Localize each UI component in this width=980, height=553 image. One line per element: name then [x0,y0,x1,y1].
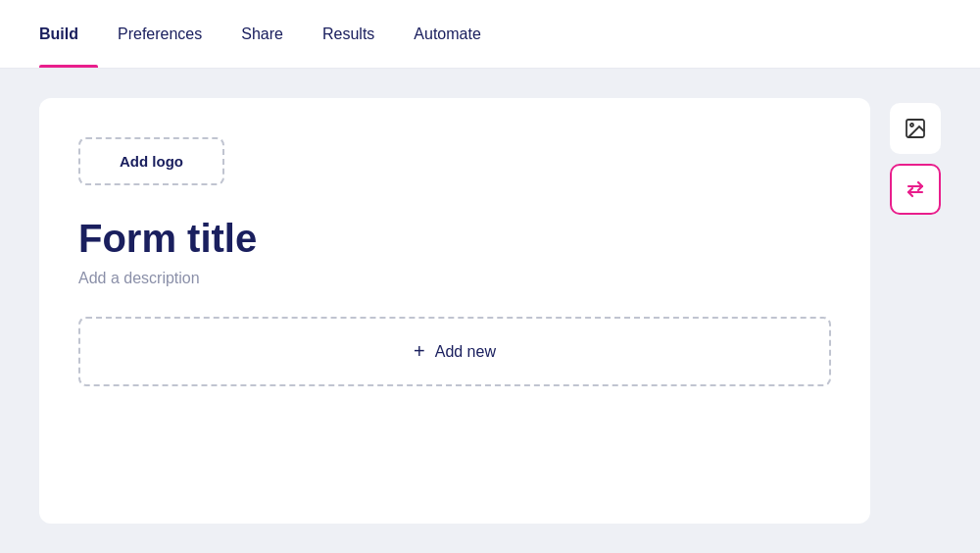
add-new-label: Add new [435,343,496,361]
form-description[interactable]: Add a description [78,270,831,287]
side-toolbar [890,98,941,524]
tab-share-label: Share [241,25,283,43]
tab-results[interactable]: Results [303,0,394,68]
svg-point-1 [910,124,913,126]
tab-results-label: Results [322,25,374,43]
form-canvas: Add logo Form title Add a description + … [39,98,870,524]
add-new-section[interactable]: + Add new [78,317,831,386]
swap-tool-button[interactable] [890,164,941,215]
tab-automate[interactable]: Automate [394,0,500,68]
tab-share[interactable]: Share [221,0,303,68]
tab-build-label: Build [39,25,78,43]
image-tool-button[interactable] [890,103,941,154]
image-icon [904,117,927,140]
add-new-inner: + Add new [414,340,496,363]
form-title[interactable]: Form title [78,215,831,262]
main-content: Add logo Form title Add a description + … [0,69,980,553]
add-logo-label: Add logo [120,153,183,170]
top-navigation-bar: Build Preferences Share Results Automate [0,0,980,69]
tab-preferences-label: Preferences [118,25,202,43]
tab-build[interactable]: Build [39,0,98,68]
swap-icon [904,177,927,201]
tab-automate-label: Automate [414,25,480,43]
plus-icon: + [414,340,425,363]
nav-tabs: Build Preferences Share Results Automate [39,0,501,68]
tab-preferences[interactable]: Preferences [98,0,221,68]
add-logo-button[interactable]: Add logo [78,137,224,185]
